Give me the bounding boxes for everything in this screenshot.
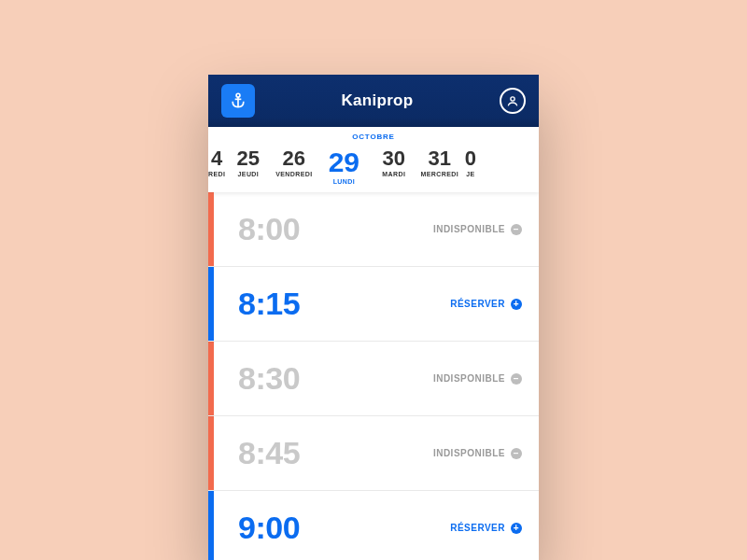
date-month-label: OCTOBRE: [352, 133, 394, 141]
app-logo[interactable]: [221, 84, 255, 118]
date-day[interactable]: 25JEUDI: [225, 148, 271, 192]
date-day-label: JE: [462, 171, 478, 177]
time-slot: 8:00INDISPONIBLE−: [208, 192, 539, 267]
slot-time: 8:45: [214, 435, 433, 471]
minus-icon: −: [511, 224, 522, 235]
plus-icon: +: [511, 299, 522, 310]
unavailable-label: INDISPONIBLE−: [433, 224, 539, 235]
slot-status-text: RÉSERVER: [450, 523, 505, 533]
svg-point-0: [236, 93, 240, 97]
slot-time: 8:30: [214, 360, 433, 397]
minus-icon: −: [511, 448, 522, 459]
time-slot: 9:00RÉSERVER+: [208, 491, 539, 560]
plus-icon: +: [511, 523, 522, 534]
reserve-button[interactable]: RÉSERVER+: [450, 299, 539, 310]
date-day-number: 30: [371, 148, 416, 169]
slot-status-text: INDISPONIBLE: [433, 448, 505, 458]
minus-icon: −: [511, 373, 522, 385]
date-strip[interactable]: OCTOBRE 4REDI25JEUDI26VENDREDI29LUNDI30M…: [208, 127, 539, 192]
date-day[interactable]: 30MARDI: [371, 148, 416, 192]
slot-time: 9:00: [214, 510, 450, 546]
time-slot: 8:30INDISPONIBLE−: [208, 342, 539, 416]
date-day-label: MERCREDI: [416, 171, 462, 177]
app-header: Kaniprop: [208, 75, 539, 127]
slot-status-text: INDISPONIBLE: [433, 224, 505, 234]
time-slot: 8:45INDISPONIBLE−: [208, 416, 539, 491]
user-icon: [505, 93, 520, 108]
time-slot: 8:15RÉSERVER+: [208, 267, 539, 342]
app-title: Kaniprop: [341, 91, 413, 110]
unavailable-label: INDISPONIBLE−: [433, 448, 539, 459]
slot-list: 8:00INDISPONIBLE−8:15RÉSERVER+8:30INDISP…: [208, 192, 539, 560]
app-frame: Kaniprop OCTOBRE 4REDI25JEUDI26VENDREDI2…: [208, 75, 539, 560]
date-day-number: 26: [271, 148, 317, 169]
date-day[interactable]: 29LUNDI: [317, 148, 371, 192]
date-day[interactable]: 26VENDREDI: [271, 148, 317, 192]
slot-status-text: INDISPONIBLE: [433, 373, 505, 384]
date-day-label: JEUDI: [225, 171, 271, 177]
date-day-number: 31: [416, 148, 462, 169]
slot-time: 8:15: [214, 286, 450, 322]
reserve-button[interactable]: RÉSERVER+: [450, 523, 539, 534]
date-day-number: 25: [225, 148, 271, 169]
date-day-number: 4: [208, 148, 225, 169]
svg-point-3: [511, 97, 514, 101]
date-day-label: MARDI: [371, 171, 416, 177]
date-day-label: VENDREDI: [271, 171, 317, 177]
date-day-number: 0: [462, 148, 478, 169]
date-day[interactable]: 31MERCREDI: [416, 148, 462, 192]
date-day[interactable]: 4REDI: [208, 148, 225, 192]
slot-time: 8:00: [214, 211, 433, 247]
slot-status-text: RÉSERVER: [450, 299, 505, 309]
date-day-label: LUNDI: [317, 178, 371, 185]
date-day[interactable]: 0JE: [462, 148, 478, 192]
profile-button[interactable]: [500, 88, 526, 114]
anchor-icon: [229, 91, 247, 110]
date-day-label: REDI: [208, 171, 225, 177]
unavailable-label: INDISPONIBLE−: [433, 373, 539, 385]
date-day-number: 29: [317, 148, 371, 176]
